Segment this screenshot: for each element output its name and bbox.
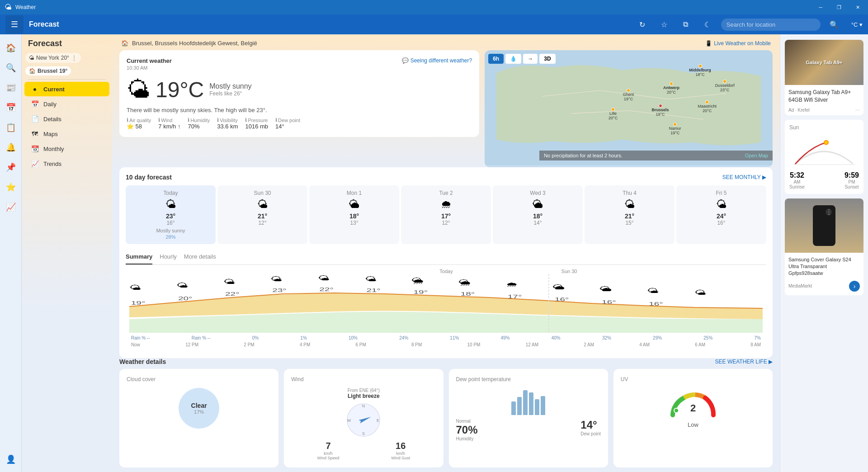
forecast-day-3[interactable]: Tue 2 🌧 17° 12° — [401, 185, 491, 244]
forecast-menu-item-details[interactable]: 📄 Details — [24, 112, 109, 126]
tab-summary[interactable]: Summary — [126, 250, 152, 264]
ad1-image: Galaxy Tab A9+ — [785, 40, 863, 85]
menu-label-daily: Daily — [43, 101, 57, 108]
time-label-5: 8 PM — [411, 342, 422, 347]
sun-card-title: Sun — [789, 124, 859, 131]
svg-text:22°: 22° — [225, 291, 239, 297]
forecast-panel: Forecast 🌤 New York 20° ⋮ 🏠 Brussel 19° … — [22, 34, 112, 472]
time-label-10: 6 AM — [695, 342, 705, 347]
see-weather-life-button[interactable]: SEE WEATHER LIFE ▶ — [715, 359, 773, 365]
uv-title: UV — [621, 376, 765, 382]
time-label-9: 4 AM — [639, 342, 650, 347]
sidebar-list-icon[interactable]: 📋 — [2, 118, 20, 137]
dew-point-value: 14° — [275, 123, 300, 130]
map-3d-button[interactable]: 3D — [539, 54, 555, 64]
theme-toggle-button[interactable]: ☾ — [699, 16, 716, 33]
sidebar-pin-icon[interactable]: 📌 — [2, 158, 20, 176]
forecast-day-2[interactable]: Mon 1 🌥 18° 13° — [309, 185, 399, 244]
location-bar: 🌤 New York 20° ⋮ 🏠 Brussel 19° — [22, 51, 112, 77]
sidebar-star-icon[interactable]: ⭐ — [2, 178, 20, 196]
cw-time: 10:30 AM — [127, 65, 172, 71]
forecast-menu-item-monthly[interactable]: 📆 Monthly — [24, 142, 109, 156]
ad2-next-button[interactable]: › — [849, 281, 860, 292]
restore-button[interactable]: ❐ — [833, 0, 845, 14]
sidebar-search-icon[interactable]: 🔍 — [2, 59, 20, 77]
map-rain-button[interactable]: 💧 — [505, 54, 521, 64]
forecast-menu: ● Current📅 Daily📄 Details🗺 Maps📆 Monthly… — [22, 81, 112, 171]
sun-card: Sun 5:32 AMS — [785, 120, 863, 194]
fd-low-2: 13° — [313, 220, 396, 226]
live-weather-link[interactable]: 📱 Live Weather on Mobile — [705, 40, 771, 47]
sidebar-settings-icon[interactable]: ⚙ — [2, 469, 20, 472]
app-icon: 🌤 — [5, 3, 12, 11]
divider-1 — [28, 79, 106, 80]
menu-icon-details: 📄 — [31, 115, 39, 123]
dew-val: 14° — [580, 419, 600, 431]
sidebar: 🏠 🔍 📰 📅 📋 🔔 📌 ⭐ 📈 👤 ⚙ — [0, 34, 22, 472]
cloud-label: Clear — [191, 402, 207, 409]
sidebar-calendar-icon[interactable]: 📅 — [2, 99, 20, 117]
location-chip-newyork[interactable]: 🌤 New York 20° ⋮ — [25, 53, 81, 63]
forecast-menu-item-daily[interactable]: 📅 Daily — [24, 97, 109, 111]
svg-text:🌤: 🌤 — [318, 274, 330, 281]
svg-text:🌤: 🌤 — [365, 275, 377, 282]
main-and-right: 🏠 Brussel, Brussels Hoofdstedelijk Gewes… — [112, 34, 868, 472]
sidebar-notification-icon[interactable]: 🔔 — [2, 138, 20, 156]
close-button[interactable]: ✕ — [852, 0, 863, 14]
dew-point-title: Dew point temperature — [456, 376, 601, 382]
forecast-day-6[interactable]: Fri 5 🌤 24° 16° — [676, 185, 766, 244]
tab-hourly[interactable]: Hourly — [160, 250, 177, 264]
sidebar-home-icon[interactable]: 🏠 — [2, 39, 20, 57]
minimize-button[interactable]: ─ — [815, 0, 826, 14]
tab-more-details[interactable]: More details — [184, 250, 216, 264]
search-button[interactable]: 🔍 — [826, 16, 842, 33]
location-chip-brussel[interactable]: 🏠 Brussel 19° — [25, 66, 71, 76]
temp-unit-selector[interactable]: °C ▾ — [851, 21, 863, 28]
forecast-menu-item-maps[interactable]: 🗺 Maps — [24, 127, 109, 141]
hamburger-menu-icon[interactable]: ☰ — [5, 15, 24, 33]
svg-text:🌤: 🌤 — [176, 282, 188, 288]
sunrise-label: AMSunrise — [789, 179, 805, 189]
time-label-4: 6 PM — [355, 342, 366, 347]
see-monthly-button[interactable]: SEE MONTHLY ▶ — [722, 174, 766, 180]
forecast-day-0[interactable]: Today 🌤 23° 16° Mostly sunny 28% — [126, 185, 216, 244]
see-different-weather-button[interactable]: 💬 Seeing different weather? — [402, 57, 472, 64]
open-map-button[interactable]: Open Map — [745, 153, 768, 158]
more-icon[interactable]: ⋮ — [71, 54, 77, 61]
ad2-text[interactable]: Samsung Cover Galaxy S24 Ultra Transpara… — [785, 253, 863, 281]
favorite-button[interactable]: ☆ — [656, 16, 672, 33]
uv-gauge-container: 2 — [621, 388, 765, 420]
forecast-day-4[interactable]: Wed 3 🌥 18° 14° — [493, 185, 583, 244]
search-input[interactable] — [721, 19, 821, 31]
svg-text:🌦: 🌦 — [411, 277, 424, 284]
map-city-brussels: Brussels 19°C — [652, 104, 669, 117]
weather-summary: There will be mostly sunny skies. The hi… — [127, 107, 472, 113]
ad1-report-icon[interactable]: ⋯ — [855, 108, 860, 113]
split-view-button[interactable]: ⧉ — [678, 16, 694, 33]
sidebar-profile-icon[interactable]: 👤 — [2, 450, 20, 468]
svg-text:🌤: 🌤 — [270, 275, 282, 282]
time-label-11: 8 AM — [750, 342, 761, 347]
forecast-10day-title: 10 day forecast — [126, 174, 172, 181]
fd-date-4: Wed 3 — [496, 190, 579, 196]
weather-details-header: Weather details SEE WEATHER LIFE ▶ — [119, 358, 773, 365]
stat-air-quality: ℹ Air quality ⭐ 58 — [127, 117, 151, 130]
stat-visibility: ℹ Visibility 33.6 km — [217, 117, 238, 130]
sidebar-news-icon[interactable]: 📰 — [2, 79, 20, 97]
ad1-text[interactable]: Samsung Galaxy Tab A9+ 64GB Wifi Silver — [785, 85, 863, 108]
fd-low-0: 16° — [129, 220, 212, 226]
forecast-menu-item-trends[interactable]: 📈 Trends — [24, 156, 109, 171]
temp-chart-container: 🌤 🌤 🌤 🌤 🌤 🌤 🌦 🌦 🌧 🌥 🌥 🌤 — [126, 270, 766, 352]
svg-text:🌥: 🌥 — [599, 285, 612, 292]
humidity-value: 70% — [188, 123, 210, 130]
forecast-day-1[interactable]: Sun 30 🌤 21° 12° — [217, 185, 307, 244]
forecast-menu-item-current[interactable]: ● Current — [24, 82, 109, 96]
forecast-day-5[interactable]: Thu 4 🌤 21° 15° — [585, 185, 675, 244]
map-wind-button[interactable]: → — [523, 54, 538, 64]
sidebar-chart-icon[interactable]: 📈 — [2, 198, 20, 216]
stat-dew-point: ℹ Dew point 14° — [275, 117, 300, 130]
refresh-button[interactable]: ↻ — [634, 16, 651, 33]
svg-text:2: 2 — [690, 402, 696, 414]
map-6h-button[interactable]: 6h — [488, 54, 504, 64]
ad2-product-visual — [813, 205, 835, 246]
